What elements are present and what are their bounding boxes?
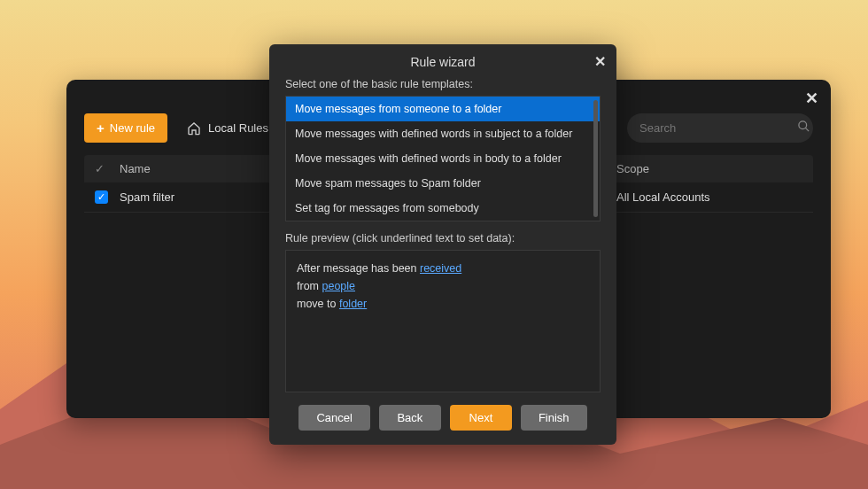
template-item[interactable]: Move messages with defined words in body… (286, 146, 600, 171)
plus-icon: + (97, 120, 105, 136)
close-icon[interactable]: ✕ (594, 53, 606, 70)
template-section-label: Select one of the basic rule templates: (285, 78, 601, 90)
rule-preview: After message has been received from peo… (285, 250, 601, 392)
back-button[interactable]: Back (379, 405, 441, 431)
column-scope[interactable]: Scope (616, 162, 802, 175)
next-button[interactable]: Next (450, 405, 512, 431)
search-icon (797, 120, 810, 136)
cancel-button[interactable]: Cancel (298, 405, 369, 431)
rule-scope: All Local Accounts (616, 190, 802, 204)
dialog-footer: Cancel Back Next Finish (269, 392, 616, 445)
scrollbar[interactable] (593, 100, 598, 217)
svg-point-2 (799, 121, 807, 129)
preview-section-label: Rule preview (click underlined text to s… (285, 232, 601, 244)
check-column-icon: ✓ (95, 162, 105, 175)
template-list: Move messages from someone to a folder M… (285, 96, 601, 221)
template-item[interactable]: Move messages from someone to a folder (286, 97, 600, 121)
template-item[interactable]: Set tag for messages from somebody (286, 196, 600, 221)
preview-link-received[interactable]: received (420, 262, 461, 275)
local-rules-label: Local Rules (208, 121, 268, 135)
template-item[interactable]: Move spam messages to Spam folder (286, 171, 600, 196)
close-icon[interactable]: ✕ (805, 89, 818, 108)
home-icon (187, 121, 201, 136)
preview-link-people[interactable]: people (322, 280, 355, 292)
dialog-title: Rule wizard ✕ (269, 44, 616, 78)
rule-enabled-checkbox[interactable]: ✓ (95, 190, 108, 204)
search-input[interactable] (639, 121, 788, 135)
rule-wizard-dialog: Rule wizard ✕ Select one of the basic ru… (269, 44, 616, 445)
svg-line-3 (805, 128, 809, 131)
finish-button[interactable]: Finish (521, 405, 587, 431)
new-rule-button[interactable]: + New rule (84, 113, 167, 143)
search-box[interactable] (627, 113, 813, 143)
template-item[interactable]: Move messages with defined words in subj… (286, 121, 600, 146)
preview-link-folder[interactable]: folder (339, 298, 367, 310)
new-rule-label: New rule (110, 121, 155, 135)
